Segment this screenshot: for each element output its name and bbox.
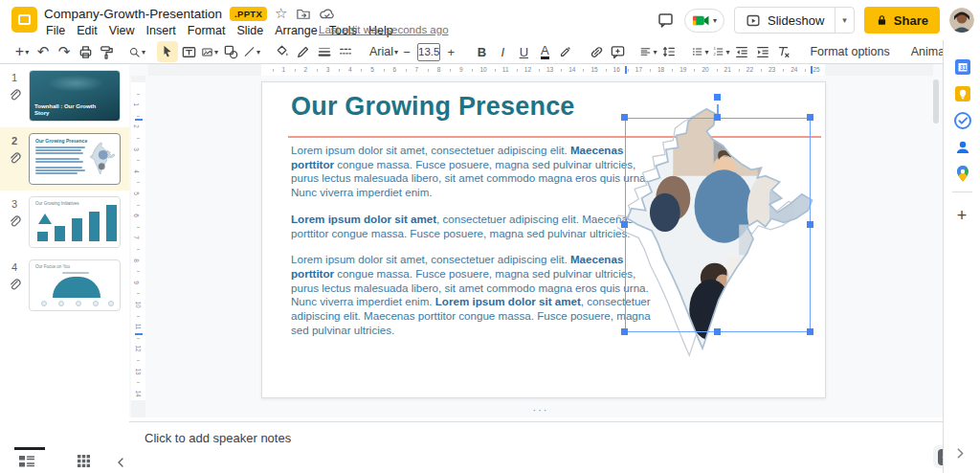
slide-2-thumbnail[interactable]: Our Growing Presence (29, 133, 121, 185)
calendar-icon[interactable]: 31 (953, 57, 971, 76)
slide-thumbnail-row-1[interactable]: 1 Townhall : Our Growth Story (0, 64, 129, 127)
resize-handle-e[interactable] (807, 221, 813, 228)
resize-handle-n[interactable] (714, 114, 721, 121)
print-icon[interactable] (75, 41, 96, 62)
insert-image-icon[interactable]: ▾ (199, 41, 220, 62)
ruler-marker-sel-bottom (135, 333, 143, 335)
font-size-input[interactable]: 13.5 (417, 43, 440, 61)
slide-3-thumbnail[interactable]: Our Growing Initiatives (29, 196, 121, 248)
add-comment-icon[interactable] (607, 41, 628, 62)
insert-link-icon[interactable] (586, 41, 607, 62)
font-size-increase[interactable]: + (440, 41, 461, 62)
panel-expand-chevron[interactable] (954, 446, 967, 463)
slide-body-text[interactable]: Lorem ipsum dolor sit amet, consectetuer… (291, 144, 651, 349)
menu-insert[interactable]: Insert (141, 22, 182, 39)
avatar[interactable] (949, 8, 974, 33)
menu-format[interactable]: Format (182, 22, 232, 39)
text-color-button[interactable]: A (534, 41, 555, 62)
font-family-select[interactable]: Arial▾ (366, 41, 387, 62)
slide-4-thumbnail[interactable]: Our Focus on You (29, 259, 121, 311)
resize-handle-sw[interactable] (621, 328, 628, 335)
filmstrip-view-icon[interactable] (18, 454, 35, 472)
resize-handle-nw[interactable] (621, 114, 628, 121)
canvas-scrollbar[interactable] (933, 79, 939, 124)
increase-indent-icon[interactable] (752, 41, 773, 62)
keep-icon[interactable] (953, 84, 971, 102)
slideshow-button[interactable]: Slideshow (735, 8, 835, 33)
format-options-button[interactable]: Format options (804, 45, 895, 58)
slide-1-thumbnail[interactable]: Townhall : Our Growth Story (29, 70, 121, 122)
collapse-filmstrip-icon[interactable] (115, 455, 126, 472)
star-icon[interactable]: ☆ (275, 7, 287, 20)
slide-thumbnail-row-3[interactable]: 3 Our Growing Initiatives (0, 191, 129, 254)
menu-view[interactable]: View (103, 22, 141, 39)
get-addons-button[interactable]: + (951, 205, 972, 226)
insert-line-icon[interactable]: ▾ (241, 41, 262, 62)
slide-thumbnail-row-2[interactable]: 2 Our Growing Presence (0, 127, 129, 191)
undo-button[interactable]: ↶ (33, 41, 54, 62)
comments-icon[interactable] (657, 11, 675, 29)
resize-handle-se[interactable] (807, 328, 813, 335)
clear-formatting-icon[interactable] (773, 41, 794, 62)
body-paragraph[interactable]: Lorem ipsum dolor sit amet, consectetuer… (291, 253, 651, 337)
zoom-icon[interactable]: ▾ (126, 41, 147, 62)
text-box-icon[interactable] (178, 41, 199, 62)
new-slide-button[interactable]: +▾ (11, 41, 33, 62)
bold-button[interactable]: B (471, 41, 492, 62)
paint-format-icon[interactable] (96, 41, 117, 62)
speaker-notes-placeholder[interactable]: Click to add speaker notes (145, 431, 291, 445)
horizontal-ruler[interactable]: 1234567891011121314151617181920212223242… (148, 64, 933, 76)
fill-color-icon[interactable] (272, 41, 293, 62)
resize-handle-w[interactable] (621, 221, 628, 228)
body-paragraph[interactable]: Lorem ipsum dolor sit amet, consectetuer… (291, 144, 651, 200)
numbered-list-icon[interactable]: 12▾ (710, 41, 731, 62)
maps-icon[interactable] (953, 164, 971, 182)
resize-handle-s[interactable] (714, 328, 721, 335)
speaker-notes-bar[interactable]: Click to add speaker notes (129, 421, 943, 473)
font-size-decrease[interactable]: − (396, 41, 417, 62)
cloud-check-icon[interactable] (319, 7, 335, 20)
meet-button[interactable]: ▾ (684, 9, 724, 33)
contacts-icon[interactable] (953, 138, 971, 156)
redo-button[interactable]: ↷ (54, 41, 75, 62)
rotation-handle[interactable] (714, 94, 721, 101)
menu-arrange[interactable]: Arrange (269, 22, 323, 39)
document-title[interactable]: Company-Growth-Presentation (44, 7, 222, 21)
slide-title[interactable]: Our Growing Presence (291, 92, 575, 122)
paperclip-icon (9, 278, 21, 295)
align-icon[interactable]: ▾ (637, 41, 658, 62)
move-folder-icon[interactable] (296, 7, 311, 20)
decrease-indent-icon[interactable] (731, 41, 752, 62)
ruler-marker-sel-right (811, 66, 813, 74)
paperclip-icon (9, 151, 21, 169)
slide-thumbnail-row-4[interactable]: 4 Our Focus on You (0, 254, 129, 317)
vertical-ruler[interactable]: 1234567891011121314 (131, 76, 145, 417)
slideshow-options-caret[interactable]: ▾ (835, 8, 854, 33)
line-spacing-icon[interactable] (658, 41, 679, 62)
svg-text:1: 1 (714, 46, 716, 51)
notes-resize-handle[interactable]: ··· (512, 404, 569, 416)
menu-file[interactable]: File (40, 22, 71, 39)
bulleted-list-icon[interactable]: ▾ (689, 41, 710, 62)
border-weight-icon[interactable] (314, 41, 335, 62)
grid-view-icon[interactable] (77, 454, 91, 472)
ruler-marker-sel-left (625, 66, 627, 74)
select-cursor-icon[interactable] (157, 41, 178, 62)
italic-button[interactable]: I (492, 41, 513, 62)
body-paragraph[interactable]: Lorem ipsum dolor sit amet, consectetuer… (291, 213, 651, 240)
last-edit-link[interactable]: Last edit was seconds ago (319, 24, 449, 35)
tasks-icon[interactable] (953, 111, 971, 129)
slides-logo[interactable] (11, 7, 37, 33)
resize-handle-ne[interactable] (807, 114, 813, 121)
paperclip-icon (9, 88, 21, 105)
border-dash-icon[interactable] (335, 41, 356, 62)
insert-shape-icon[interactable] (220, 41, 241, 62)
underline-button[interactable]: U (513, 41, 534, 62)
border-color-icon[interactable] (293, 41, 314, 62)
share-button[interactable]: Share (864, 7, 940, 34)
menu-edit[interactable]: Edit (71, 22, 103, 39)
ruler-marker-sel-top (135, 119, 143, 121)
highlight-color-icon[interactable] (555, 41, 576, 62)
selection-box[interactable] (625, 118, 811, 332)
menu-slide[interactable]: Slide (231, 22, 269, 39)
